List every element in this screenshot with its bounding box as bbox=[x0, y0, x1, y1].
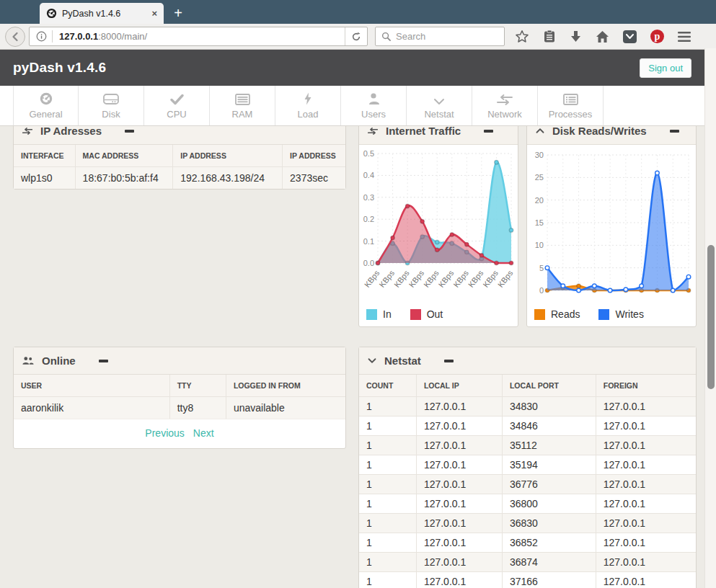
browser-tab[interactable]: PyDash v1.4.6 × bbox=[40, 3, 164, 24]
nav-item-ram[interactable]: RAM bbox=[210, 86, 275, 125]
collapse-panel-button[interactable] bbox=[484, 130, 493, 133]
reload-icon[interactable] bbox=[345, 27, 367, 45]
table-cell: 1 bbox=[359, 416, 416, 436]
table-cell: 36874 bbox=[502, 553, 596, 572]
collapse-panel-button[interactable] bbox=[444, 360, 454, 362]
column-header: COUNT bbox=[359, 375, 416, 397]
new-tab-button[interactable]: + bbox=[164, 3, 193, 24]
column-header: IP ADDRESS bbox=[283, 145, 345, 167]
nav-item-network[interactable]: Network bbox=[472, 86, 538, 125]
scrollbar-thumb[interactable] bbox=[707, 245, 715, 389]
svg-text:0: 0 bbox=[539, 286, 544, 295]
panel-title: IP Adresses bbox=[40, 126, 102, 137]
table-cell: 127.0.0.1 bbox=[596, 533, 696, 553]
pinterest-icon[interactable]: p bbox=[650, 30, 664, 43]
transfer-arrows-icon bbox=[497, 92, 513, 105]
legend-item: Reads bbox=[534, 308, 580, 320]
previous-link[interactable]: Previous bbox=[145, 427, 184, 439]
bookmarks-menu-icon[interactable] bbox=[543, 30, 556, 43]
bookmark-star-icon[interactable] bbox=[515, 30, 529, 44]
nav-item-disk[interactable]: Disk bbox=[79, 86, 144, 125]
site-info-icon[interactable] bbox=[30, 31, 52, 42]
nav-item-cpu[interactable]: CPU bbox=[144, 86, 210, 125]
table-cell: aaronkilik bbox=[14, 397, 169, 419]
sign-out-button[interactable]: Sign out bbox=[640, 58, 691, 78]
table-cell: 127.0.0.1 bbox=[416, 572, 502, 588]
tab-close-icon[interactable]: × bbox=[151, 8, 157, 19]
table-cell: 1 bbox=[359, 455, 416, 475]
table-cell: 127.0.0.1 bbox=[596, 455, 696, 475]
menu-icon[interactable] bbox=[678, 32, 691, 42]
table-header-row: USERTTYLOGGED IN FROM bbox=[14, 375, 345, 397]
chevron-down-icon bbox=[368, 357, 376, 364]
nav-item-processes[interactable]: Processes bbox=[538, 86, 604, 125]
legend-swatch bbox=[534, 309, 545, 320]
svg-text:30: 30 bbox=[535, 151, 544, 159]
favicon-gauge-icon bbox=[46, 8, 57, 19]
disk-reads-writes-chart: 051015202530 bbox=[529, 146, 693, 302]
svg-text:0.2: 0.2 bbox=[363, 215, 374, 223]
bolt-icon bbox=[304, 92, 312, 105]
svg-text:KBps: KBps bbox=[481, 268, 500, 288]
table-header-row: INTERFACEMAC ADDRESSIP ADDRESSIP ADDRESS bbox=[14, 145, 345, 167]
table-cell: 36852 bbox=[502, 533, 596, 553]
next-link[interactable]: Next bbox=[193, 427, 214, 439]
collapse-panel-button[interactable] bbox=[670, 130, 679, 133]
nav-item-general[interactable]: General bbox=[13, 86, 79, 125]
table-row: 1127.0.0.135112127.0.0.1 bbox=[359, 436, 696, 455]
table-cell: 1 bbox=[359, 397, 416, 416]
downloads-icon[interactable] bbox=[570, 30, 582, 43]
pagination: PreviousNext bbox=[14, 419, 345, 448]
online-users-table: USERTTYLOGGED IN FROMaaronkiliktty8unava… bbox=[14, 375, 345, 419]
column-header: MAC ADDRESS bbox=[75, 145, 173, 167]
svg-text:KBps: KBps bbox=[407, 268, 426, 288]
table-cell: 127.0.0.1 bbox=[416, 533, 502, 553]
url-bar[interactable]: 127.0.0.1:8000/main/ bbox=[29, 27, 368, 46]
chevron-down-icon bbox=[433, 92, 445, 105]
table-row: 1127.0.0.135194127.0.0.1 bbox=[359, 455, 696, 475]
home-icon[interactable] bbox=[596, 30, 609, 43]
table-row: 1127.0.0.136800127.0.0.1 bbox=[359, 494, 696, 514]
table-cell: 127.0.0.1 bbox=[596, 475, 696, 494]
url-path: :8000/main/ bbox=[98, 31, 147, 42]
nav-label: Users bbox=[361, 109, 386, 120]
app-title: pyDash v1.4.6 bbox=[13, 60, 106, 76]
nav-label: General bbox=[29, 109, 62, 120]
svg-text:0.4: 0.4 bbox=[363, 171, 374, 179]
collapse-panel-button[interactable] bbox=[99, 360, 108, 362]
table-cell: tty8 bbox=[169, 397, 226, 419]
back-button[interactable] bbox=[5, 27, 25, 47]
url-divider bbox=[52, 30, 53, 43]
app-header: pyDash v1.4.6 Sign out bbox=[0, 50, 704, 86]
pocket-icon[interactable] bbox=[623, 30, 637, 43]
netstat-table: COUNTLOCAL IPLOCAL PORTFOREIGN1127.0.0.1… bbox=[359, 375, 696, 588]
nav-label: Processes bbox=[549, 109, 593, 120]
nav-item-netstat[interactable]: Netstat bbox=[407, 86, 472, 125]
browser-toolbar: 127.0.0.1:8000/main/ Search p bbox=[0, 24, 716, 50]
legend-item: Writes bbox=[598, 308, 643, 320]
collapse-panel-button[interactable] bbox=[125, 130, 134, 133]
table-cell: 127.0.0.1 bbox=[416, 494, 502, 514]
gauge-icon bbox=[39, 92, 53, 105]
column-header: LOCAL IP bbox=[416, 375, 502, 397]
legend-label: Reads bbox=[551, 308, 580, 320]
table-cell: 37166 bbox=[502, 572, 596, 588]
table-cell: 34846 bbox=[502, 416, 596, 436]
nav-item-load[interactable]: Load bbox=[275, 86, 341, 125]
svg-text:KBps: KBps bbox=[496, 268, 515, 288]
search-input[interactable]: Search bbox=[375, 27, 505, 46]
table-cell: 1 bbox=[359, 572, 416, 588]
nav-item-users[interactable]: Users bbox=[341, 86, 407, 125]
svg-text:KBps: KBps bbox=[422, 268, 441, 288]
search-icon bbox=[381, 32, 391, 41]
transfer-icon bbox=[22, 127, 32, 135]
search-placeholder: Search bbox=[396, 31, 425, 42]
table-cell: 1 bbox=[359, 494, 416, 514]
online-users-panel: Online USERTTYLOGGED IN FROMaaronkiliktt… bbox=[13, 347, 346, 449]
users-group-icon bbox=[22, 356, 34, 365]
main-nav: General Disk CPU RAM Load Users Netstat bbox=[0, 86, 704, 126]
table-cell: 127.0.0.1 bbox=[596, 436, 696, 455]
panel-title: Online bbox=[42, 355, 76, 367]
page-scrollbar[interactable] bbox=[704, 48, 716, 588]
table-cell: 127.0.0.1 bbox=[416, 553, 502, 572]
